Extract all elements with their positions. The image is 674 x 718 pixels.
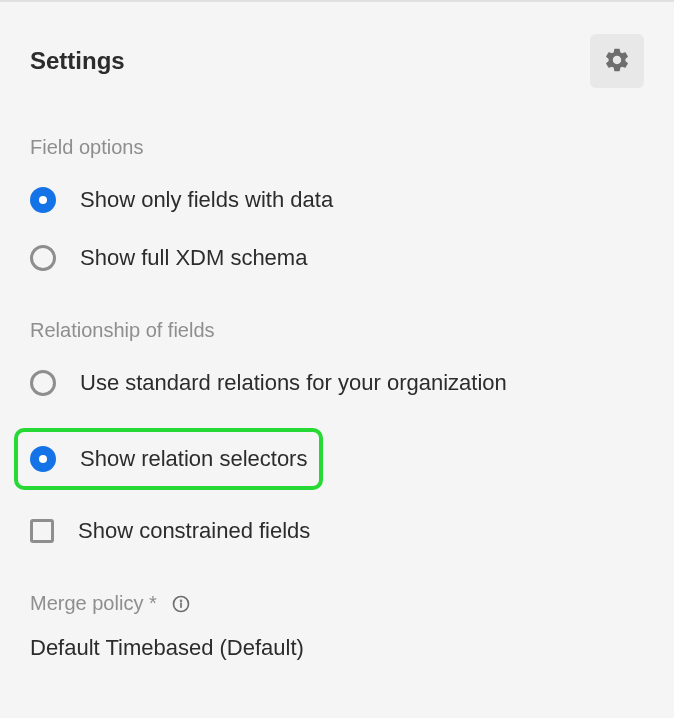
relationship-fields-section: Relationship of fields Use standard rela…	[30, 319, 644, 544]
svg-point-2	[180, 600, 181, 601]
radio-label: Show relation selectors	[80, 446, 307, 472]
radio-indicator	[30, 370, 56, 396]
page-title: Settings	[30, 47, 125, 75]
highlighted-option: Show relation selectors	[14, 428, 323, 490]
checkbox-show-constrained-fields[interactable]: Show constrained fields	[30, 518, 644, 544]
radio-label: Show only fields with data	[80, 187, 333, 213]
radio-indicator	[30, 446, 56, 472]
settings-gear-button[interactable]	[590, 34, 644, 88]
relationship-fields-label: Relationship of fields	[30, 319, 644, 342]
info-icon[interactable]	[171, 594, 191, 614]
radio-label: Show full XDM schema	[80, 245, 307, 271]
radio-show-relation-selectors[interactable]: Show relation selectors	[30, 446, 307, 472]
field-options-section: Field options Show only fields with data…	[30, 136, 644, 271]
radio-label: Use standard relations for your organiza…	[80, 370, 507, 396]
radio-indicator	[30, 245, 56, 271]
checkbox-label: Show constrained fields	[78, 518, 310, 544]
radio-show-full-xdm-schema[interactable]: Show full XDM schema	[30, 245, 644, 271]
merge-policy-value: Default Timebased (Default)	[30, 635, 644, 661]
gear-icon	[603, 46, 631, 77]
radio-show-only-fields-with-data[interactable]: Show only fields with data	[30, 187, 644, 213]
checkbox-indicator	[30, 519, 54, 543]
settings-header: Settings	[30, 34, 644, 88]
radio-indicator	[30, 187, 56, 213]
merge-policy-label: Merge policy *	[30, 592, 157, 615]
settings-panel: Settings Field options Show only fields …	[0, 0, 674, 693]
field-options-label: Field options	[30, 136, 644, 159]
merge-policy-row: Merge policy *	[30, 592, 644, 615]
radio-use-standard-relations[interactable]: Use standard relations for your organiza…	[30, 370, 644, 396]
